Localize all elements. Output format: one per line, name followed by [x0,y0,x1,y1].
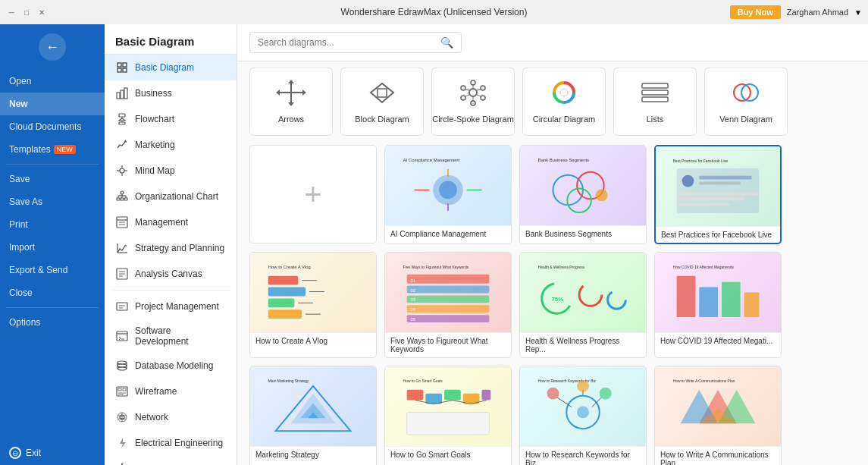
template-seo[interactable]: Five Ways to Figureout What Keywords 01 … [384,252,512,358]
nav-exit[interactable]: ⊖ Exit [0,441,105,465]
svg-point-84 [481,86,485,90]
category-software-dev[interactable]: Software Development [105,319,237,353]
svg-rect-156 [425,393,442,404]
nav-print[interactable]: Print [0,213,105,236]
svg-text:AI Compliance Management: AI Compliance Management [403,157,460,162]
template-vlog[interactable]: How to Create A Vlog [249,252,377,358]
lists-icon [640,80,670,110]
svg-line-89 [465,90,469,90]
user-dropdown-icon[interactable]: ▼ [854,8,862,17]
nav-options[interactable]: Options [0,311,105,334]
nav-export[interactable]: Export & Send [0,259,105,281]
category-database[interactable]: Database Modeling [105,353,237,379]
user-menu[interactable]: Zargham Ahmad [787,8,848,17]
nav-divider-2 [6,307,99,308]
svg-line-91 [465,95,469,96]
template-comm-plan[interactable]: How to Write A Communications Plan How t… [654,366,782,465]
category-marketing-label: Marketing [135,140,175,150]
category-electrical[interactable]: Electrical Engineering [105,430,237,456]
back-button[interactable]: ← [39,33,66,61]
category-industrial[interactable]: Industrial Engineering [105,456,237,465]
type-lists[interactable]: Lists [613,68,697,136]
template-smart-goals[interactable]: How to Go Smart Goals [384,366,512,465]
svg-rect-1 [123,63,127,67]
type-arrows[interactable]: Arrows [249,68,333,136]
nav-close[interactable]: Close [0,281,105,304]
svg-rect-120 [268,275,299,284]
nav-templates[interactable]: Templates NEW [0,138,105,161]
svg-rect-49 [123,388,126,391]
svg-rect-3 [123,68,127,72]
search-input[interactable] [258,37,436,48]
type-block-diagram-label: Block Diagram [355,115,409,124]
type-arrows-label: Arrows [278,115,304,124]
electrical-icon [115,436,129,450]
type-circle-spoke[interactable]: Circle-Spoke Diagram [431,68,515,136]
svg-rect-7 [119,114,125,117]
close-button[interactable]: ✕ [36,7,47,17]
svg-marker-75 [276,90,280,96]
template-research[interactable]: How to Research Keywords for Biz [519,366,647,465]
svg-marker-78 [371,83,393,102]
svg-point-171 [547,387,559,399]
template-bank-business[interactable]: Bank Business Segments Bank Business Seg… [519,145,647,244]
thumb-comm-plan: How to Write A Communications Plan [655,366,781,446]
nav-open[interactable]: Open [0,70,105,93]
category-database-label: Database Modeling [135,360,213,371]
template-marketing-strategy[interactable]: Main Marketing Strategy Marketing Strate… [249,366,377,465]
nav-save-as[interactable]: Save As [0,190,105,213]
template-health[interactable]: Health & Wellness Progress 75% Health & … [519,252,647,358]
svg-marker-76 [288,80,294,83]
nav-new[interactable]: New [0,93,105,115]
svg-rect-131 [407,295,490,303]
buy-now-button[interactable]: Buy Now [730,5,781,19]
category-network[interactable]: Network [105,404,237,430]
category-header: Basic Diagram [105,24,237,55]
category-divider [111,290,230,291]
svg-marker-77 [288,102,294,106]
category-org-chart[interactable]: Organizational Chart [105,184,237,209]
template-covid[interactable]: How COVID 19 Affected Megatrends How COV… [654,252,782,358]
category-project-mgmt[interactable]: Project Management [105,294,237,319]
svg-point-82 [471,101,475,105]
svg-rect-18 [117,198,120,200]
category-mind-map[interactable]: Mind Map [105,158,237,184]
type-venn-diagram[interactable]: Venn Diagram [704,68,788,136]
maximize-button[interactable]: □ [21,7,32,17]
svg-text:How to Write A Communications : How to Write A Communications Plan [673,379,735,382]
svg-text:01: 01 [411,278,416,282]
nav-save[interactable]: Save [0,168,105,190]
svg-text:02: 02 [411,287,416,292]
category-marketing[interactable]: Marketing [105,132,237,158]
category-analysis[interactable]: Analysis Canvas [105,261,237,287]
search-bar[interactable]: 🔍 [249,32,462,53]
svg-rect-133 [407,315,490,322]
svg-text:Main Marketing Strategy: Main Marketing Strategy [268,379,309,382]
svg-point-167 [577,406,589,418]
add-icon: + [304,178,321,212]
type-circular-diagram[interactable]: Circular Diagram [522,68,606,136]
category-basic-diagram-label: Basic Diagram [135,62,194,73]
svg-rect-129 [407,274,490,283]
type-block-diagram[interactable]: Block Diagram [340,68,424,136]
arrows-icon [276,80,306,110]
category-strategy[interactable]: Strategy and Planning [105,235,237,261]
svg-rect-130 [407,285,490,293]
category-management[interactable]: Management [105,209,237,235]
nav-import[interactable]: Import [0,236,105,259]
nav-cloud[interactable]: Cloud Documents [0,115,105,138]
nav-print-label: Print [9,219,28,230]
template-fb-best-practices[interactable]: Best Practices for Facebook Live [654,145,782,244]
type-lists-label: Lists [647,115,664,124]
category-wireframe[interactable]: Wireframe [105,379,237,404]
minimize-button[interactable]: ─ [6,7,17,17]
category-business[interactable]: Business [105,80,237,106]
category-sidebar: Basic Diagram Basic Diagram Business Flo… [105,24,237,465]
add-new-template[interactable]: + [249,145,377,243]
svg-point-141 [579,283,602,306]
svg-rect-2 [118,68,121,72]
category-basic-diagram[interactable]: Basic Diagram [105,55,237,80]
category-wireframe-label: Wireframe [135,386,177,397]
category-flowchart[interactable]: Flowchart [105,106,237,132]
template-ai-compliance[interactable]: AI Compliance Management AI Compliance M… [384,145,512,244]
